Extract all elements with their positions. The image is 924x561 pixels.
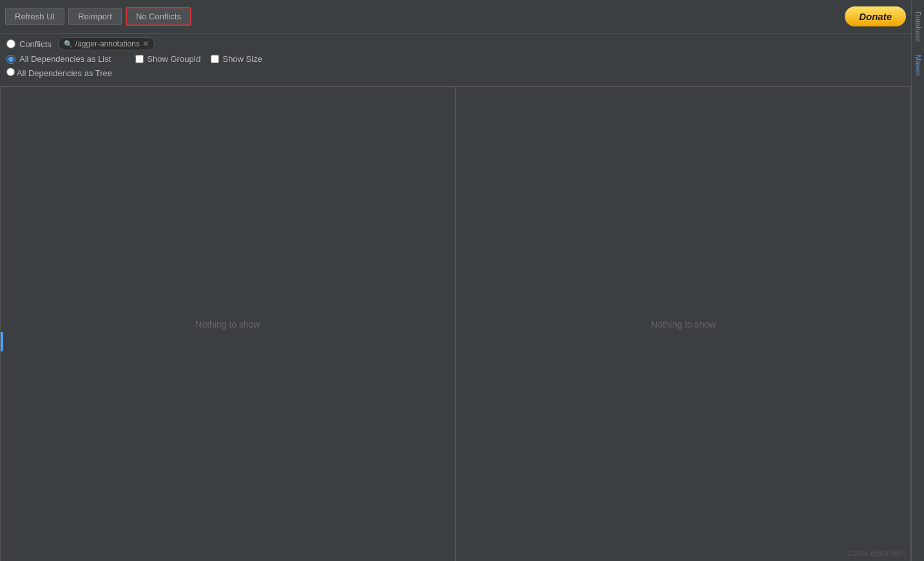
donate-button[interactable]: Donate [845,6,906,26]
refresh-ui-button[interactable]: Refresh UI [5,8,64,25]
database-tab[interactable]: Database [913,6,923,47]
all-deps-list-label[interactable]: All Dependencies as List [6,54,111,64]
conflicts-radio-label[interactable]: Conflicts [6,39,52,49]
checkbox-row: Show GroupId Show Size [135,54,262,64]
maven-tab[interactable]: Maven [913,50,923,81]
show-size-label[interactable]: Show Size [211,54,262,64]
left-panel-empty-label: Nothing to show [195,319,260,330]
toolbar: Refresh UI Reimport No Conflicts Donate [0,0,911,34]
left-panel: Nothing to show [0,86,456,561]
all-deps-tree-row: All Dependencies as Tree [6,68,905,78]
conflicts-label: Conflicts [19,39,52,49]
all-deps-tree-text: All Dependencies as Tree [17,68,112,78]
all-deps-list-radio[interactable] [6,55,15,64]
watermark: CSDN @BGR用户 [847,549,906,558]
close-tag-icon[interactable]: ✕ [142,39,149,48]
right-sidebar: Database Maven [911,0,924,561]
all-deps-list-row: All Dependencies as List Show GroupId Sh… [6,54,905,64]
no-conflicts-button[interactable]: No Conflicts [126,7,191,26]
show-groupid-text: Show GroupId [147,54,200,64]
show-size-text: Show Size [222,54,262,64]
all-deps-tree-label[interactable]: All Dependencies as Tree [6,68,112,78]
show-size-checkbox[interactable] [211,55,219,63]
reimport-button[interactable]: Reimport [68,8,122,25]
all-deps-list-text: All Dependencies as List [19,54,111,64]
show-groupid-checkbox[interactable] [135,55,144,63]
right-panel: Nothing to show [456,86,911,561]
search-tag[interactable]: 🔍 /agger-annotations ✕ [58,37,155,50]
search-icon: 🔍 [64,40,73,48]
search-tag-text: /agger-annotations [75,39,140,48]
conflicts-radio[interactable] [6,39,15,48]
show-groupid-label[interactable]: Show GroupId [135,54,200,64]
conflicts-row: Conflicts 🔍 /agger-annotations ✕ [6,37,905,50]
left-indicator [1,332,3,351]
panels-container: Nothing to show Nothing to show [0,86,911,561]
right-panel-empty-label: Nothing to show [651,319,715,330]
all-deps-tree-radio[interactable] [6,68,15,76]
options-area: Conflicts 🔍 /agger-annotations ✕ All Dep… [0,34,911,84]
